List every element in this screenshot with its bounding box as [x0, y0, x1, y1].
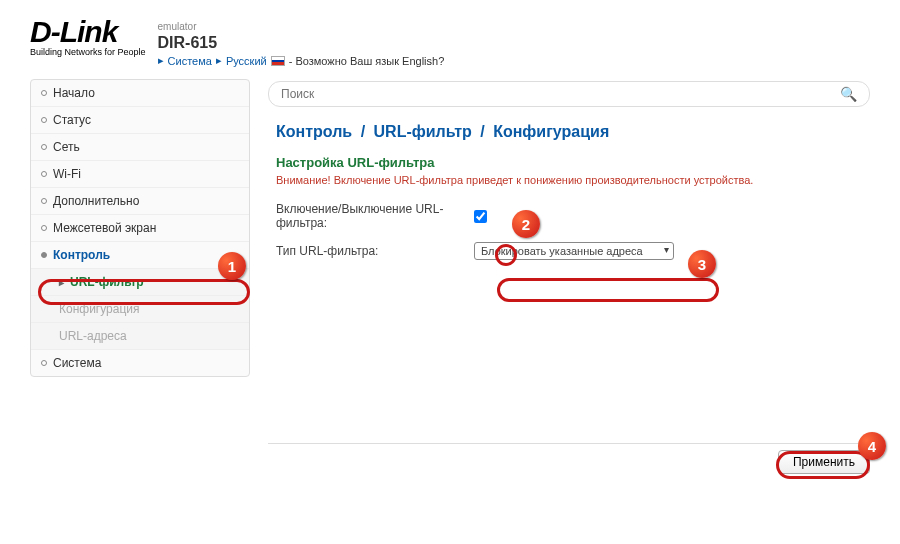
type-dropdown[interactable]: Блокировать указанные адреса: [474, 242, 674, 260]
logo: D-Link: [30, 15, 146, 49]
enable-checkbox[interactable]: [474, 210, 487, 223]
bullet-icon: [41, 225, 47, 231]
slash-icon: /: [361, 123, 365, 140]
sidebar-item-configuration[interactable]: Конфигурация: [31, 296, 249, 323]
lang-question: - Возможно Ваш язык English?: [289, 55, 445, 67]
emulator-label: emulator: [158, 21, 445, 32]
sidebar-item-url-filter[interactable]: ▸URL-фильтр: [31, 269, 249, 296]
breadcrumb-a[interactable]: Контроль: [276, 123, 352, 140]
breadcrumb-c: Конфигурация: [493, 123, 609, 140]
search-bar: 🔍: [268, 81, 870, 107]
sidebar-item-label: Wi-Fi: [53, 167, 81, 181]
lang-current-link[interactable]: Русский: [226, 55, 267, 67]
logo-block: D-Link Building Networks for People: [30, 15, 146, 57]
chevron-right-icon: ▸: [216, 54, 222, 67]
bullet-icon: [41, 90, 47, 96]
header-right: emulator DIR-615 ▸ Система ▸ Русский - В…: [158, 15, 445, 67]
chevron-right-icon: ▸: [158, 54, 164, 67]
slash-icon: /: [480, 123, 484, 140]
header: D-Link Building Networks for People emul…: [0, 0, 900, 75]
lang-system-link[interactable]: Система: [168, 55, 212, 67]
model-label: DIR-615: [158, 34, 445, 52]
sidebar-item-firewall[interactable]: Межсетевой экран: [31, 215, 249, 242]
sidebar-item-label: URL-адреса: [59, 329, 127, 343]
sidebar: Начало Статус Сеть Wi-Fi Дополнительно М…: [30, 79, 250, 377]
warning-text: Внимание! Включение URL-фильтра приведет…: [276, 174, 870, 186]
form-row-enable: Включение/Выключение URL-фильтра:: [276, 202, 870, 230]
sidebar-item-label: Статус: [53, 113, 91, 127]
lang-line: ▸ Система ▸ Русский - Возможно Ваш язык …: [158, 54, 445, 67]
sidebar-item-network[interactable]: Сеть: [31, 134, 249, 161]
search-icon[interactable]: 🔍: [840, 86, 857, 102]
breadcrumb-b[interactable]: URL-фильтр: [374, 123, 472, 140]
sidebar-item-wifi[interactable]: Wi-Fi: [31, 161, 249, 188]
bullet-icon: [41, 171, 47, 177]
dropdown-value: Блокировать указанные адреса: [481, 245, 643, 257]
sidebar-item-label: Дополнительно: [53, 194, 139, 208]
enable-label: Включение/Выключение URL-фильтра:: [276, 202, 466, 230]
apply-button[interactable]: Применить: [778, 450, 870, 474]
type-label: Тип URL-фильтра:: [276, 244, 466, 258]
bullet-icon: [41, 117, 47, 123]
form-row-type: Тип URL-фильтра: Блокировать указанные а…: [276, 242, 870, 260]
bullet-icon: [41, 360, 47, 366]
sidebar-item-label: Контроль: [53, 248, 110, 262]
sidebar-item-advanced[interactable]: Дополнительно: [31, 188, 249, 215]
bullet-icon: [41, 144, 47, 150]
sidebar-item-label: URL-фильтр: [70, 275, 144, 289]
sidebar-item-url-addresses[interactable]: URL-адреса: [31, 323, 249, 350]
footer-bar: Применить: [268, 443, 870, 474]
bullet-icon: [41, 198, 47, 204]
sidebar-item-status[interactable]: Статус: [31, 107, 249, 134]
sidebar-item-label: Межсетевой экран: [53, 221, 156, 235]
sidebar-item-label: Конфигурация: [59, 302, 140, 316]
sidebar-item-system[interactable]: Система: [31, 350, 249, 376]
chevron-right-icon: ▸: [59, 277, 64, 288]
sidebar-item-label: Система: [53, 356, 101, 370]
bullet-icon: [41, 252, 47, 258]
sidebar-item-label: Начало: [53, 86, 95, 100]
flag-ru-icon: [271, 56, 285, 66]
sidebar-item-label: Сеть: [53, 140, 80, 154]
search-input[interactable]: [281, 87, 840, 101]
section-title: Настройка URL-фильтра: [276, 155, 870, 170]
sidebar-item-home[interactable]: Начало: [31, 80, 249, 107]
sidebar-item-control[interactable]: Контроль: [31, 242, 249, 269]
tagline: Building Networks for People: [30, 47, 146, 57]
breadcrumb: Контроль / URL-фильтр / Конфигурация: [276, 123, 870, 141]
main-content: 🔍 Контроль / URL-фильтр / Конфигурация Н…: [268, 79, 870, 377]
